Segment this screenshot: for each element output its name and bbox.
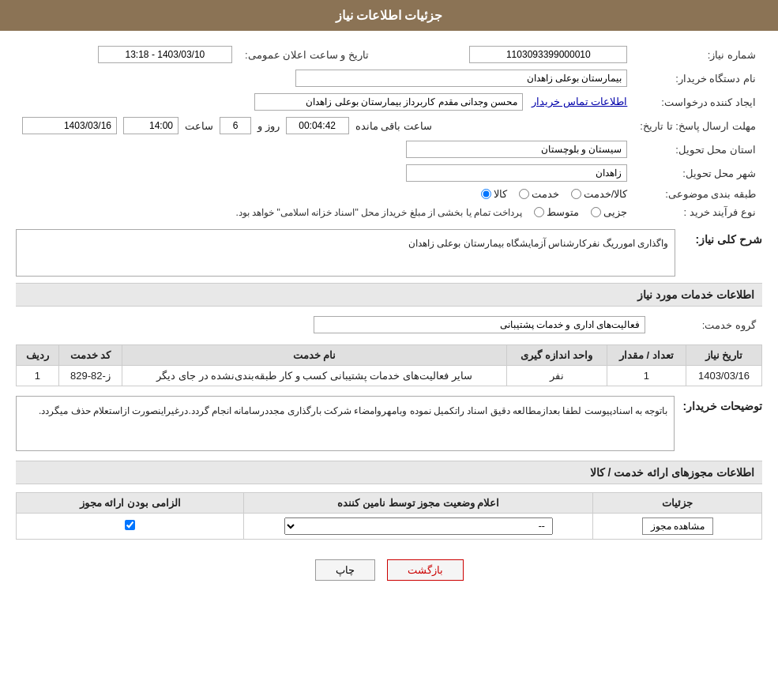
td-service-name: سایر فعالیت‌های خدمات پشتیبانی کسب و کار… bbox=[122, 366, 507, 386]
deadline-date-input[interactable] bbox=[22, 117, 117, 134]
purchase-type-value: جزیی متوسط پرداخت تمام یا بخشی از مبلغ خ… bbox=[16, 203, 633, 221]
category-kala-radio[interactable] bbox=[481, 189, 491, 199]
need-desc-wrapper: واگذاری امورریگ نفرکارشناس آزمایشگاه بیم… bbox=[16, 229, 675, 277]
td-quantity: 1 bbox=[607, 366, 686, 386]
td-date: 1403/03/16 bbox=[686, 366, 761, 386]
city-row: شهر محل تحویل: bbox=[16, 161, 762, 185]
purchase-mottavasset-label: متوسط bbox=[547, 206, 579, 218]
service-group-value bbox=[16, 313, 652, 337]
announce-date-label: تاریخ و ساعت اعلان عمومی: bbox=[239, 43, 375, 66]
category-khidmat-label: خدمت bbox=[532, 188, 559, 200]
info-table: شماره نیاز: تاریخ و ساعت اعلان عمومی: نا… bbox=[16, 43, 762, 221]
permits-table-head: جزئیات اعلام وضعیت مجوز توسط نامین کننده… bbox=[17, 493, 762, 514]
permits-status-select[interactable]: -- bbox=[284, 517, 553, 535]
service-group-table: گروه خدمت: bbox=[16, 313, 762, 337]
deadline-value: ساعت باقی مانده روز و ساعت bbox=[16, 114, 633, 137]
view-permit-button[interactable]: مشاهده مجوز bbox=[642, 517, 713, 535]
deadline-days-input[interactable] bbox=[220, 117, 251, 134]
purchase-mottavasset-radio[interactable] bbox=[534, 207, 544, 217]
page-title: جزئیات اطلاعات نیاز bbox=[336, 9, 443, 22]
announce-date-input[interactable] bbox=[98, 46, 232, 63]
buyer-org-label: نام دستگاه خریدار: bbox=[633, 66, 762, 90]
main-content: شماره نیاز: تاریخ و ساعت اعلان عمومی: نا… bbox=[0, 31, 778, 604]
purchase-note: پرداخت تمام یا بخشی از مبلغ خریداز محل "… bbox=[235, 207, 522, 218]
services-table: تاریخ نیاز تعداد / مقدار واحد اندازه گیر… bbox=[16, 344, 762, 386]
creator-row: ایجاد کننده درخواست: اطلاعات تماس خریدار bbox=[16, 90, 762, 114]
purchase-jozi-radio[interactable] bbox=[591, 207, 601, 217]
print-button[interactable]: چاپ bbox=[315, 559, 375, 581]
buyer-notes-label: توضیحات خریدار: bbox=[682, 396, 762, 416]
th-quantity: تعداد / مقدار bbox=[607, 345, 686, 366]
deadline-label: مهلت ارسال پاسخ: تا تاریخ: bbox=[633, 114, 762, 137]
purchase-jozi-label: جزیی bbox=[603, 206, 627, 218]
permits-required-cell bbox=[17, 514, 244, 540]
need-desc-section: شرح کلی نیاز: واگذاری امورریگ نفرکارشناس… bbox=[16, 229, 762, 277]
th-service-name: نام خدمت bbox=[122, 345, 507, 366]
permits-section-header: اطلاعات مجوزهای ارائه خدمت / کالا bbox=[16, 461, 762, 484]
province-input[interactable] bbox=[406, 141, 627, 158]
th-service-code: کد خدمت bbox=[58, 345, 122, 366]
deadline-row: مهلت ارسال پاسخ: تا تاریخ: ساعت باقی مان… bbox=[16, 114, 762, 137]
th-required: الزامی بودن ارائه مجوز bbox=[17, 493, 244, 514]
th-date: تاریخ نیاز bbox=[686, 345, 761, 366]
need-number-input[interactable] bbox=[469, 46, 627, 63]
permits-header-row: جزئیات اعلام وضعیت مجوز توسط نامین کننده… bbox=[17, 493, 762, 514]
need-number-value bbox=[375, 43, 633, 66]
services-table-header-row: تاریخ نیاز تعداد / مقدار واحد اندازه گیر… bbox=[17, 345, 762, 366]
category-kala-khidmat: کالا/خدمت bbox=[571, 188, 628, 200]
creator-link[interactable]: اطلاعات تماس خریدار bbox=[532, 96, 627, 107]
purchase-jozi: جزیی bbox=[591, 206, 627, 218]
table-row: 1403/03/16 1 نفر سایر فعالیت‌های خدمات پ… bbox=[17, 366, 762, 386]
province-row: استان محل تحویل: bbox=[16, 137, 762, 161]
buyer-org-row: نام دستگاه خریدار: bbox=[16, 66, 762, 90]
creator-input[interactable] bbox=[254, 93, 523, 111]
category-kala-khidmat-radio[interactable] bbox=[571, 189, 581, 199]
service-group-input[interactable] bbox=[314, 316, 645, 333]
back-button[interactable]: بازگشت bbox=[387, 559, 464, 581]
purchase-type-label: نوع فرآیند خرید : bbox=[633, 203, 762, 221]
city-value bbox=[16, 161, 633, 185]
creator-label: ایجاد کننده درخواست: bbox=[633, 90, 762, 114]
category-row: طبقه بندی موضوعی: کالا/خدمت خدمت کالا bbox=[16, 185, 762, 203]
buyer-notes-section: توضیحات خریدار: باتوجه به اسنادپیوست لطف… bbox=[16, 396, 762, 451]
need-desc-box: واگذاری امورریگ نفرکارشناس آزمایشگاه بیم… bbox=[16, 229, 675, 277]
need-desc-label: شرح کلی نیاز: bbox=[683, 229, 762, 250]
announce-date-value bbox=[16, 43, 239, 66]
deadline-time-label: ساعت bbox=[185, 120, 213, 132]
category-khidmat: خدمت bbox=[519, 188, 559, 200]
th-details: جزئیات bbox=[593, 493, 762, 514]
td-unit: نفر bbox=[506, 366, 607, 386]
category-label: طبقه بندی موضوعی: bbox=[633, 185, 762, 203]
buyer-org-value bbox=[16, 66, 633, 90]
creator-value: اطلاعات تماس خریدار bbox=[16, 90, 633, 114]
category-kala-label: کالا bbox=[494, 188, 507, 200]
category-khidmat-radio[interactable] bbox=[519, 189, 529, 199]
page-header: جزئیات اطلاعات نیاز bbox=[0, 0, 778, 31]
permits-required-checkbox[interactable] bbox=[125, 520, 135, 530]
th-row-num: ردیف bbox=[17, 345, 59, 366]
permits-table: جزئیات اعلام وضعیت مجوز توسط نامین کننده… bbox=[16, 492, 762, 540]
need-number-label: شماره نیاز: bbox=[633, 43, 762, 66]
buyer-org-input[interactable] bbox=[295, 70, 627, 87]
deadline-remaining-input[interactable] bbox=[286, 117, 349, 134]
td-row-num: 1 bbox=[17, 366, 59, 386]
purchase-mottavasset: متوسط bbox=[534, 206, 579, 218]
permits-details-cell: مشاهده مجوز bbox=[593, 514, 762, 540]
need-number-row: شماره نیاز: تاریخ و ساعت اعلان عمومی: bbox=[16, 43, 762, 66]
buyer-notes-wrapper: باتوجه به اسنادپیوست لطفا بعدازمطالعه دق… bbox=[16, 396, 675, 451]
category-kala: کالا bbox=[481, 188, 507, 200]
th-status: اعلام وضعیت مجوز توسط نامین کننده bbox=[244, 493, 593, 514]
services-section-header: اطلاعات خدمات مورد نیاز bbox=[16, 283, 762, 307]
city-input[interactable] bbox=[406, 164, 627, 182]
deadline-days-label: روز و bbox=[257, 120, 280, 132]
services-table-body: 1403/03/16 1 نفر سایر فعالیت‌های خدمات پ… bbox=[17, 366, 762, 386]
province-value bbox=[16, 137, 633, 161]
deadline-time-input[interactable] bbox=[123, 117, 179, 134]
province-label: استان محل تحویل: bbox=[633, 137, 762, 161]
page-container: جزئیات اطلاعات نیاز شماره نیاز: تاریخ و … bbox=[0, 0, 778, 700]
category-kala-khidmat-label: کالا/خدمت bbox=[584, 188, 628, 200]
th-unit: واحد اندازه گیری bbox=[506, 345, 607, 366]
category-value: کالا/خدمت خدمت کالا bbox=[16, 185, 633, 203]
buyer-notes-box: باتوجه به اسنادپیوست لطفا بعدازمطالعه دق… bbox=[16, 396, 675, 451]
purchase-type-row: نوع فرآیند خرید : جزیی متوسط پرداخت تمام… bbox=[16, 203, 762, 221]
